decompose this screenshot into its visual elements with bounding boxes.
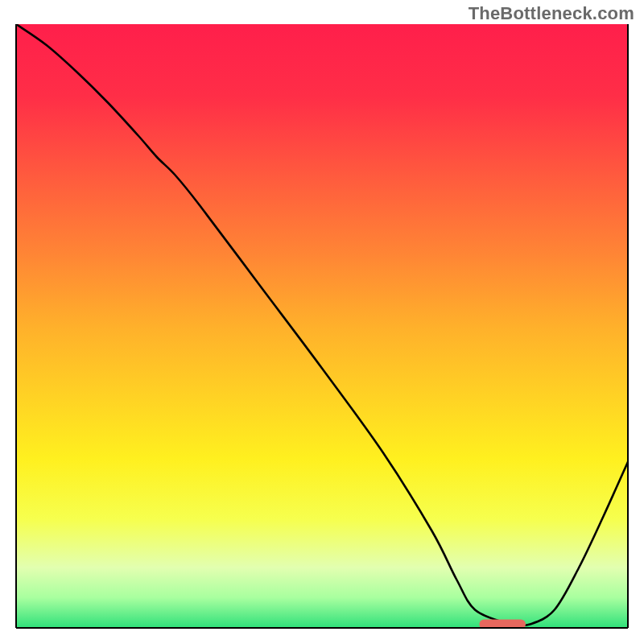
watermark-label: TheBottleneck.com xyxy=(469,3,634,24)
bottleneck-chart: TheBottleneck.com xyxy=(0,0,644,644)
chart-plot-area xyxy=(0,0,644,644)
chart-background-gradient xyxy=(16,24,628,628)
